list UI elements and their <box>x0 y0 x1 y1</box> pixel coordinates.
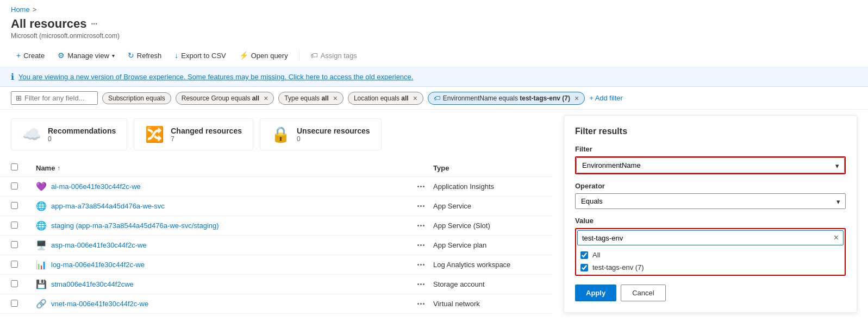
filter-panel-title: Filter results <box>575 127 846 136</box>
changed-resources-title: Changed resources <box>171 127 242 135</box>
env-checkbox-label: test-tags-env (7) <box>592 263 644 271</box>
open-query-button[interactable]: ⚡ Open query <box>234 48 294 62</box>
filter-field-select[interactable]: EnvironmentName <box>576 157 845 173</box>
breadcrumb-home[interactable]: Home <box>11 5 30 14</box>
apply-button[interactable]: Apply <box>575 285 616 301</box>
resource-type: Virtual network <box>433 300 542 308</box>
filter-tag-label: EnvironmentName equals test-tags-env (7) <box>443 94 570 102</box>
unsecure-resources-card[interactable]: 🔒 Unsecure resources 0 <box>260 118 382 150</box>
info-link[interactable]: You are viewing a new version of Browse … <box>18 73 413 81</box>
column-header-name[interactable]: Name ↑ <box>36 164 424 172</box>
clear-value-icon[interactable]: × <box>834 233 839 243</box>
filter-tag-close-icon[interactable]: × <box>574 94 579 103</box>
table-section: ☁️ Recommendations 0 🔀 Changed resources… <box>0 110 553 318</box>
value-input[interactable] <box>582 234 834 242</box>
filter-tag-close-icon[interactable]: × <box>413 94 417 103</box>
resource-link[interactable]: 📊 log-ma-006e41fe30c44f2c-we <box>36 260 409 270</box>
assign-tags-button[interactable]: 🏷 Assign tags <box>305 48 363 62</box>
row-more-icon[interactable] <box>417 283 424 285</box>
page-header: All resources ··· Microsoft (microsoft.o… <box>0 15 868 44</box>
filter-bar: ⊞ Subscription equals Resource Group equ… <box>0 87 868 110</box>
filter-tag-label: Subscription equals <box>108 94 165 102</box>
resource-type: Log Analytics workspace <box>433 261 542 269</box>
operator-select[interactable]: Equals <box>575 193 846 209</box>
unsecure-resources-count: 0 <box>297 135 370 143</box>
value-input-row: × <box>577 230 844 245</box>
row-checkbox[interactable] <box>11 241 18 248</box>
panel-actions: Apply Cancel <box>575 285 846 301</box>
value-label: Value <box>575 217 846 225</box>
resource-icon: 🌐 <box>36 201 47 211</box>
page-subtitle: Microsoft (microsoft.onmicrosoft.com) <box>11 32 857 40</box>
value-section-wrapper: × All test-tags-env (7) <box>575 228 846 276</box>
row-checkbox[interactable] <box>11 222 18 229</box>
row-more-icon[interactable] <box>417 244 424 246</box>
filter-input-wrapper[interactable]: ⊞ <box>11 91 98 105</box>
filter-tag-close-icon[interactable]: × <box>264 94 268 103</box>
resource-link[interactable]: 💾 stma006e41fe30c44f2cwe <box>36 279 409 289</box>
table-row: 🖥️ asp-ma-006e41fe30c44f2c-we App Servic… <box>0 236 553 255</box>
row-more-icon[interactable] <box>417 225 424 226</box>
row-more-icon[interactable] <box>417 264 424 266</box>
row-checkbox[interactable] <box>11 280 18 287</box>
refresh-button[interactable]: ↻ Refresh <box>122 48 167 62</box>
cancel-button[interactable]: Cancel <box>621 285 665 301</box>
resource-link[interactable]: 🌐 staging (app-ma-a73a8544a45d476a-we-sv… <box>36 220 409 231</box>
select-all-checkbox[interactable] <box>11 163 18 170</box>
filter-tag-location[interactable]: Location equals all × <box>348 92 423 105</box>
breadcrumb-separator: > <box>33 5 37 14</box>
export-icon: ↓ <box>174 51 178 60</box>
resource-link[interactable]: 💜 ai-ma-006e41fe30c44f2c-we <box>36 181 409 192</box>
resource-icon: 🌐 <box>36 220 47 231</box>
manage-view-button[interactable]: ⚙ Manage view ▾ <box>52 48 120 62</box>
refresh-icon: ↻ <box>128 51 134 60</box>
recommendations-card[interactable]: ☁️ Recommendations 0 <box>11 118 127 150</box>
add-filter-button[interactable]: + Add filter <box>589 94 623 102</box>
filter-icon: ⊞ <box>16 94 22 102</box>
resource-link[interactable]: 🔗 vnet-ma-006e41fe30c44f2c-we <box>36 299 409 309</box>
filter-panel: Filter results Filter EnvironmentName ▾ … <box>564 115 857 313</box>
row-more-icon[interactable] <box>417 303 424 305</box>
breadcrumb: Home > <box>0 0 868 15</box>
checkbox-env-row: test-tags-env (7) <box>577 261 844 274</box>
row-more-icon[interactable] <box>417 205 424 207</box>
create-button[interactable]: + Create <box>11 48 50 62</box>
main-content: ☁️ Recommendations 0 🔀 Changed resources… <box>0 110 868 318</box>
row-more-icon[interactable] <box>417 186 424 187</box>
row-checkbox[interactable] <box>11 182 18 189</box>
operator-select-wrapper: Equals ▾ <box>575 193 846 209</box>
changed-resources-count: 7 <box>171 135 242 143</box>
unsecure-resources-icon: 🔒 <box>271 125 290 143</box>
env-checkbox[interactable] <box>580 264 588 271</box>
recommendations-icon: ☁️ <box>22 125 41 143</box>
filter-tag-label: Resource Group equals all <box>182 94 259 102</box>
filter-any-field-input[interactable] <box>24 94 90 102</box>
filter-tag-type[interactable]: Type equals all × <box>278 92 344 105</box>
filter-field-select-wrapper: EnvironmentName ▾ <box>575 156 846 174</box>
filter-tag-subscription[interactable]: Subscription equals <box>102 92 171 104</box>
changed-resources-card[interactable]: 🔀 Changed resources 7 <box>134 118 253 150</box>
sort-asc-icon: ↑ <box>57 165 60 171</box>
checkbox-all-row: All <box>577 249 844 261</box>
tag-icon: 🏷 <box>310 51 318 60</box>
resource-link[interactable]: 🖥️ asp-ma-006e41fe30c44f2c-we <box>36 240 409 250</box>
resource-icon: 🖥️ <box>36 240 47 250</box>
filter-tag-environment[interactable]: 🏷 EnvironmentName equals test-tags-env (… <box>428 92 585 105</box>
filter-tag-resource-group[interactable]: Resource Group equals all × <box>176 92 274 105</box>
all-checkbox-label: All <box>592 251 600 259</box>
resource-link[interactable]: 🌐 app-ma-a73a8544a45d476a-we-svc <box>36 201 409 211</box>
row-checkbox[interactable] <box>11 202 18 209</box>
resource-type: Storage account <box>433 280 542 288</box>
operator-label: Operator <box>575 182 846 190</box>
table-row: 🔗 vnet-ma-006e41fe30c44f2c-we Virtual ne… <box>0 294 553 314</box>
all-checkbox[interactable] <box>580 251 588 259</box>
column-header-type: Type <box>433 164 542 172</box>
more-options-icon[interactable]: ··· <box>91 20 97 28</box>
row-checkbox[interactable] <box>11 300 18 307</box>
resource-icon: 🔗 <box>36 299 47 309</box>
filter-tag-close-icon[interactable]: × <box>333 94 338 103</box>
toolbar: + Create ⚙ Manage view ▾ ↻ Refresh ↓ Exp… <box>0 44 868 67</box>
row-checkbox[interactable] <box>11 261 18 268</box>
table-row: 💜 ai-ma-006e41fe30c44f2c-we Application … <box>0 177 553 197</box>
export-button[interactable]: ↓ Export to CSV <box>169 48 231 62</box>
